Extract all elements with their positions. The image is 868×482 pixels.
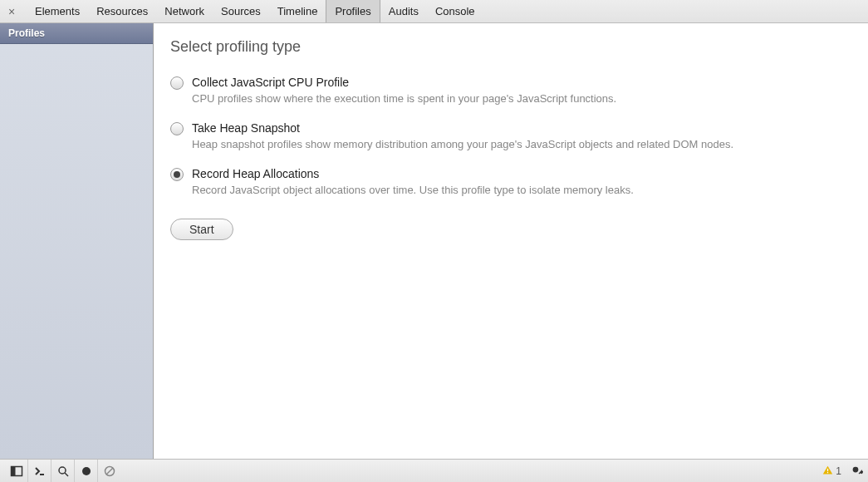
close-icon[interactable]: ×: [5, 5, 18, 18]
svg-rect-8: [827, 468, 828, 470]
search-icon[interactable]: [51, 460, 75, 483]
svg-line-7: [106, 468, 113, 475]
start-button[interactable]: Start: [170, 219, 233, 240]
tab-elements[interactable]: Elements: [27, 0, 88, 22]
svg-line-4: [65, 473, 68, 476]
option-label: Collect JavaScript CPU Profile: [192, 76, 851, 89]
panel-heading: Select profiling type: [170, 38, 851, 56]
radio-button[interactable]: [170, 76, 184, 90]
record-icon[interactable]: [75, 460, 98, 483]
svg-point-3: [59, 467, 66, 474]
option-description: CPU profiles show where the execution ti…: [192, 91, 851, 106]
option-description: Heap snapshot profiles show memory distr…: [192, 137, 851, 152]
status-bar: 1: [0, 459, 868, 482]
svg-rect-9: [827, 471, 828, 472]
tab-timeline[interactable]: Timeline: [269, 0, 326, 22]
tab-sources[interactable]: Sources: [213, 0, 269, 22]
svg-point-5: [82, 467, 91, 475]
option-text: Record Heap AllocationsRecord JavaScript…: [192, 167, 851, 198]
radio-button[interactable]: [170, 168, 184, 181]
profile-option[interactable]: Take Heap SnapshotHeap snapshot profiles…: [170, 121, 851, 152]
main-area: Profiles Select profiling type Collect J…: [0, 23, 868, 459]
warning-badge[interactable]: 1: [822, 465, 841, 478]
option-label: Take Heap Snapshot: [192, 121, 851, 135]
sidebar-header: Profiles: [0, 23, 153, 44]
profile-options: Collect JavaScript CPU ProfileCPU profil…: [170, 76, 851, 199]
clear-icon[interactable]: [98, 460, 121, 483]
tab-network[interactable]: Network: [156, 0, 213, 22]
settings-icon[interactable]: [848, 462, 863, 480]
tab-profiles[interactable]: Profiles: [326, 0, 380, 22]
svg-rect-1: [11, 466, 15, 475]
content-panel: Select profiling type Collect JavaScript…: [154, 23, 868, 459]
profile-option[interactable]: Collect JavaScript CPU ProfileCPU profil…: [170, 76, 851, 106]
sidebar: Profiles: [0, 23, 154, 459]
tab-resources[interactable]: Resources: [88, 0, 156, 22]
devtools-tabbar: × ElementsResourcesNetworkSourcesTimelin…: [0, 0, 868, 23]
console-icon[interactable]: [28, 460, 51, 483]
radio-button[interactable]: [170, 122, 184, 135]
warning-icon: [822, 465, 833, 478]
tab-audits[interactable]: Audits: [380, 0, 427, 22]
dock-icon[interactable]: [5, 460, 28, 483]
tab-console[interactable]: Console: [427, 0, 483, 22]
option-text: Collect JavaScript CPU ProfileCPU profil…: [192, 76, 851, 106]
option-text: Take Heap SnapshotHeap snapshot profiles…: [192, 121, 851, 152]
profile-option[interactable]: Record Heap AllocationsRecord JavaScript…: [170, 167, 851, 198]
option-description: Record JavaScript object allocations ove…: [192, 183, 851, 198]
warning-count-text: 1: [836, 465, 841, 477]
option-label: Record Heap Allocations: [192, 167, 851, 180]
